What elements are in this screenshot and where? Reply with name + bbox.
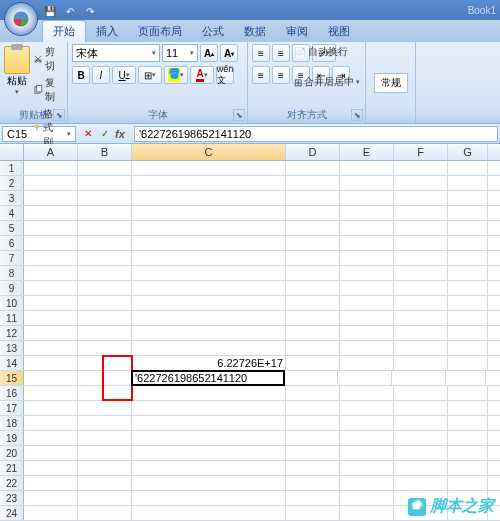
- cancel-icon[interactable]: ✕: [80, 126, 96, 142]
- align-left-button[interactable]: ≡: [252, 66, 270, 84]
- cell-A17[interactable]: [24, 401, 78, 415]
- cell-F13[interactable]: [394, 341, 448, 355]
- cell-F4[interactable]: [394, 206, 448, 220]
- cell-G16[interactable]: [448, 386, 488, 400]
- row-header-13[interactable]: 13: [0, 341, 24, 355]
- cell-D10[interactable]: [286, 296, 340, 310]
- cell-A24[interactable]: [24, 506, 78, 520]
- cell-C11[interactable]: [132, 311, 286, 325]
- increase-font-button[interactable]: A▴: [200, 44, 218, 62]
- cell-C15[interactable]: '622726198652141120: [131, 370, 285, 386]
- cell-F20[interactable]: [394, 446, 448, 460]
- cell-B15[interactable]: [78, 371, 132, 385]
- cell-F9[interactable]: [394, 281, 448, 295]
- cell-F15[interactable]: [392, 371, 446, 385]
- cell-F19[interactable]: [394, 431, 448, 445]
- cell-A6[interactable]: [24, 236, 78, 250]
- merge-center-button[interactable]: ⊞合并后居中▾: [293, 74, 361, 90]
- phonetic-button[interactable]: wén文: [216, 66, 234, 84]
- cell-F2[interactable]: [394, 176, 448, 190]
- cell-E23[interactable]: [340, 491, 394, 505]
- cell-C5[interactable]: [132, 221, 286, 235]
- cell-D15[interactable]: [284, 371, 338, 385]
- cell-A23[interactable]: [24, 491, 78, 505]
- cell-C20[interactable]: [132, 446, 286, 460]
- cell-G15[interactable]: [446, 371, 486, 385]
- cell-D13[interactable]: [286, 341, 340, 355]
- cell-C16[interactable]: [132, 386, 286, 400]
- cell-A4[interactable]: [24, 206, 78, 220]
- row-header-17[interactable]: 17: [0, 401, 24, 415]
- cell-F10[interactable]: [394, 296, 448, 310]
- cell-F6[interactable]: [394, 236, 448, 250]
- row-header-5[interactable]: 5: [0, 221, 24, 235]
- cell-E2[interactable]: [340, 176, 394, 190]
- cell-C12[interactable]: [132, 326, 286, 340]
- cell-C9[interactable]: [132, 281, 286, 295]
- cell-D6[interactable]: [286, 236, 340, 250]
- col-header-A[interactable]: A: [24, 144, 78, 160]
- redo-icon[interactable]: ↷: [82, 4, 98, 18]
- cell-C13[interactable]: [132, 341, 286, 355]
- row-header-14[interactable]: 14: [0, 356, 24, 370]
- cell-F21[interactable]: [394, 461, 448, 475]
- cell-B20[interactable]: [78, 446, 132, 460]
- cell-D24[interactable]: [286, 506, 340, 520]
- cell-E15[interactable]: [338, 371, 392, 385]
- cell-E10[interactable]: [340, 296, 394, 310]
- cell-B14[interactable]: [78, 356, 132, 370]
- cell-E24[interactable]: [340, 506, 394, 520]
- cell-G5[interactable]: [448, 221, 488, 235]
- cell-E22[interactable]: [340, 476, 394, 490]
- cell-A9[interactable]: [24, 281, 78, 295]
- cell-C24[interactable]: [132, 506, 286, 520]
- cell-B8[interactable]: [78, 266, 132, 280]
- enter-icon[interactable]: ✓: [97, 126, 113, 142]
- cell-A15[interactable]: [24, 371, 78, 385]
- cell-D3[interactable]: [286, 191, 340, 205]
- row-header-3[interactable]: 3: [0, 191, 24, 205]
- cell-G10[interactable]: [448, 296, 488, 310]
- col-header-F[interactable]: F: [394, 144, 448, 160]
- cell-B10[interactable]: [78, 296, 132, 310]
- cell-G2[interactable]: [448, 176, 488, 190]
- cell-B3[interactable]: [78, 191, 132, 205]
- row-header-7[interactable]: 7: [0, 251, 24, 265]
- fx-icon[interactable]: fx: [114, 126, 130, 142]
- cell-D23[interactable]: [286, 491, 340, 505]
- cell-B11[interactable]: [78, 311, 132, 325]
- cell-B13[interactable]: [78, 341, 132, 355]
- cell-C2[interactable]: [132, 176, 286, 190]
- col-header-C[interactable]: C: [132, 144, 286, 160]
- row-header-12[interactable]: 12: [0, 326, 24, 340]
- cell-B23[interactable]: [78, 491, 132, 505]
- cell-G12[interactable]: [448, 326, 488, 340]
- cell-G13[interactable]: [448, 341, 488, 355]
- cell-E16[interactable]: [340, 386, 394, 400]
- cell-F1[interactable]: [394, 161, 448, 175]
- cell-D16[interactable]: [286, 386, 340, 400]
- cell-F22[interactable]: [394, 476, 448, 490]
- align-launcher[interactable]: ⬊: [351, 109, 363, 121]
- cell-E11[interactable]: [340, 311, 394, 325]
- cell-C7[interactable]: [132, 251, 286, 265]
- cell-G21[interactable]: [448, 461, 488, 475]
- cell-A18[interactable]: [24, 416, 78, 430]
- cell-B16[interactable]: [78, 386, 132, 400]
- cell-E8[interactable]: [340, 266, 394, 280]
- align-center-button[interactable]: ≡: [272, 66, 290, 84]
- row-header-16[interactable]: 16: [0, 386, 24, 400]
- cell-G11[interactable]: [448, 311, 488, 325]
- cell-E9[interactable]: [340, 281, 394, 295]
- cell-C19[interactable]: [132, 431, 286, 445]
- cell-A20[interactable]: [24, 446, 78, 460]
- cell-D18[interactable]: [286, 416, 340, 430]
- row-header-18[interactable]: 18: [0, 416, 24, 430]
- decrease-font-button[interactable]: A▾: [220, 44, 238, 62]
- italic-button[interactable]: I: [92, 66, 110, 84]
- select-all-corner[interactable]: [0, 144, 24, 160]
- cell-G7[interactable]: [448, 251, 488, 265]
- cell-E17[interactable]: [340, 401, 394, 415]
- fill-color-button[interactable]: 🪣▾: [164, 66, 188, 84]
- cell-B22[interactable]: [78, 476, 132, 490]
